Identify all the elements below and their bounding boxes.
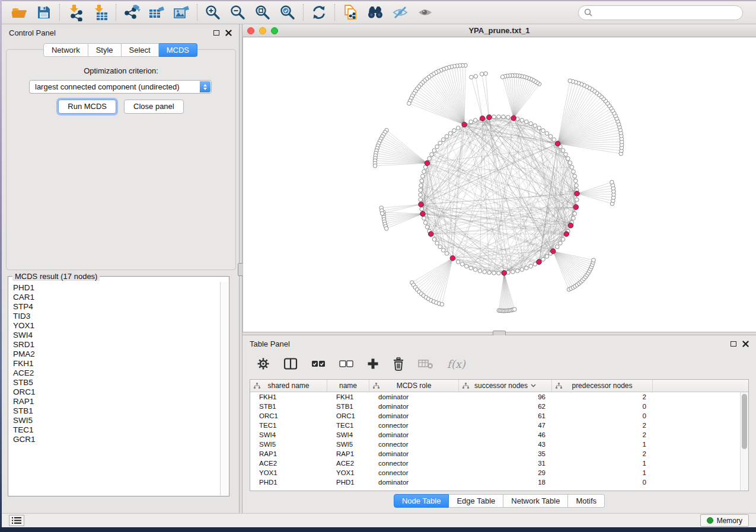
cell-successor-nodes: 29 — [459, 469, 552, 476]
zoom-fit-button[interactable] — [253, 3, 273, 22]
cell-name: TEC1 — [327, 422, 369, 429]
mcds-result-item[interactable]: ACE2 — [13, 368, 219, 378]
mcds-result-item[interactable]: SRD1 — [13, 340, 219, 350]
tab-motifs[interactable]: Motifs — [568, 494, 605, 508]
cell-mcds-role: dominator — [369, 450, 459, 457]
mcds-result-item[interactable]: FKH1 — [13, 359, 219, 368]
memory-button[interactable]: Memory — [700, 514, 749, 527]
cell-successor-nodes: 61 — [459, 412, 552, 419]
network-window: YPA_prune.txt_1 — [243, 24, 756, 332]
table-scrollbar[interactable] — [740, 392, 748, 491]
cell-name: ACE2 — [327, 460, 369, 467]
zoom-in-icon — [205, 4, 221, 21]
deselect-all-button[interactable] — [339, 360, 353, 368]
mcds-pane: Optimization criterion: largest connecte… — [6, 49, 236, 270]
tab-network[interactable]: Network — [43, 43, 88, 57]
table-row[interactable]: FKH1FKH1dominator962 — [250, 392, 748, 402]
mcds-result-item[interactable]: YOX1 — [13, 321, 219, 331]
tab-network-table[interactable]: Network Table — [503, 494, 568, 508]
import-table-button[interactable] — [90, 3, 110, 22]
status-bar: Memory — [2, 513, 756, 527]
scrollbar-thumb[interactable] — [742, 394, 747, 449]
refresh-icon — [311, 4, 327, 21]
close-panel-icon[interactable] — [742, 341, 749, 347]
search-box[interactable] — [578, 5, 743, 20]
tab-select[interactable]: Select — [122, 43, 159, 57]
eye-icon — [416, 4, 434, 21]
criterion-select[interactable]: largest connected component (undirected) — [29, 80, 212, 94]
zoom-selected-button[interactable] — [277, 3, 298, 22]
mcds-result-item[interactable]: RAP1 — [13, 397, 219, 406]
cell-shared-name: SWI4 — [250, 431, 327, 438]
export-image-button[interactable] — [171, 3, 192, 22]
cell-shared-name: FKH1 — [250, 393, 327, 400]
column-header-predecessor-nodes[interactable]: predecessor nodes — [552, 380, 653, 392]
network-graph[interactable] — [243, 37, 756, 332]
cell-mcds-role: connector — [369, 441, 459, 448]
float-panel-icon[interactable] — [731, 341, 736, 347]
clone-network-button[interactable] — [340, 3, 361, 22]
table-row[interactable]: RAP1RAP1dominator352 — [250, 449, 748, 459]
result-scrollbar[interactable] — [220, 282, 228, 495]
export-table-button[interactable] — [146, 3, 167, 22]
split-view-button[interactable] — [283, 358, 298, 370]
mcds-result-item[interactable]: CAR1 — [13, 293, 219, 302]
table-row[interactable]: SWI4SWI4dominator462 — [250, 430, 748, 440]
import-network-button[interactable] — [65, 3, 85, 22]
node-table: shared namenameMCDS rolesuccessor nodesp… — [250, 379, 749, 491]
table-row[interactable]: YOX1YOX1connector291 — [250, 468, 748, 477]
mcds-result-item[interactable]: PMA2 — [13, 350, 219, 359]
tab-mcds[interactable]: MCDS — [159, 43, 197, 57]
table-row[interactable]: ACE2ACE2connector311 — [250, 459, 748, 468]
control-panel-title: Control Panel — [9, 28, 213, 37]
mcds-result-item[interactable]: SWI5 — [13, 416, 219, 425]
sort-chevron-icon — [531, 384, 536, 387]
select-stepper-icon — [200, 81, 210, 92]
table-row[interactable]: PHD1PHD1dominator180 — [250, 477, 748, 487]
zoom-in-button[interactable] — [203, 3, 223, 22]
close-panel-button[interactable]: Close panel — [124, 100, 184, 114]
zoom-selected-icon — [279, 4, 296, 21]
refresh-button[interactable] — [309, 3, 329, 22]
mcds-result-item[interactable]: ORC1 — [13, 387, 219, 397]
delete-column-button[interactable] — [393, 357, 404, 371]
tab-style[interactable]: Style — [88, 43, 122, 57]
close-panel-icon[interactable] — [225, 30, 232, 36]
mcds-result-item[interactable]: TID3 — [13, 312, 219, 321]
search-binoculars-button[interactable] — [365, 3, 385, 22]
network-canvas[interactable] — [243, 37, 756, 332]
settings-gear-button[interactable] — [257, 357, 270, 370]
table-row[interactable]: TEC1TEC1connector472 — [250, 421, 748, 430]
search-input[interactable] — [596, 8, 737, 18]
mcds-result-item[interactable]: STB5 — [13, 378, 219, 387]
mcds-result-item[interactable]: STP4 — [13, 302, 219, 312]
column-header-mcds-role[interactable]: MCDS role — [369, 380, 459, 392]
cell-name: ORC1 — [327, 412, 369, 419]
add-column-button[interactable] — [367, 358, 379, 370]
export-network-button[interactable] — [122, 3, 142, 22]
hide-selected-button[interactable] — [390, 3, 410, 22]
mcds-result-item[interactable]: TEC1 — [13, 425, 219, 435]
mcds-result-item[interactable]: GCR1 — [13, 435, 219, 444]
table-row[interactable]: ORC1ORC1dominator610 — [250, 411, 748, 421]
column-header-shared-name[interactable]: shared name — [250, 380, 327, 392]
table-row[interactable]: SWI5SWI5connector431 — [250, 440, 748, 449]
column-header-name[interactable]: name — [327, 380, 369, 392]
mcds-result-item[interactable]: SWI4 — [13, 331, 219, 340]
mcds-result-item[interactable]: PHD1 — [13, 283, 219, 293]
run-mcds-button[interactable]: Run MCDS — [58, 100, 116, 114]
select-all-button[interactable] — [311, 360, 326, 368]
mcds-result-list[interactable]: PHD1CAR1STP4TID3YOX1SWI4SRD1PMA2FKH1ACE2… — [9, 282, 219, 495]
tab-edge-table[interactable]: Edge Table — [449, 494, 503, 508]
float-panel-icon[interactable] — [213, 30, 219, 36]
preview-eye-button[interactable] — [415, 3, 435, 22]
cell-predecessor-nodes: 2 — [552, 431, 653, 438]
mcds-result-item[interactable]: STB1 — [13, 406, 219, 416]
save-session-button[interactable] — [34, 3, 54, 22]
zoom-out-button[interactable] — [228, 3, 248, 22]
open-file-button[interactable] — [9, 3, 29, 22]
task-history-button[interactable] — [9, 515, 24, 526]
column-header-successor-nodes[interactable]: successor nodes — [459, 380, 552, 392]
tab-node-table[interactable]: Node Table — [394, 494, 449, 508]
table-row[interactable]: STB1STB1dominator620 — [250, 402, 748, 411]
